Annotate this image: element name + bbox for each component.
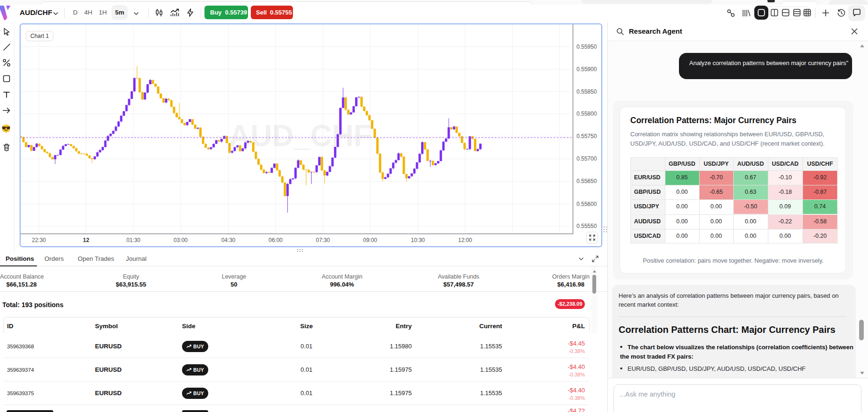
svg-text:0.55700: 0.55700: [576, 155, 597, 162]
svg-text:0.55950: 0.55950: [576, 44, 597, 50]
svg-text:07:30: 07:30: [316, 237, 330, 243]
svg-text:AUD_CHF: AUD_CHF: [229, 119, 372, 153]
svg-text:0.55600: 0.55600: [576, 201, 597, 207]
svg-text:03:00: 03:00: [174, 237, 188, 243]
svg-text:0.55650: 0.55650: [576, 178, 597, 184]
svg-text:0.55900: 0.55900: [576, 66, 597, 73]
svg-text:0.55850: 0.55850: [576, 88, 597, 95]
svg-text:22:30: 22:30: [32, 237, 46, 243]
svg-text:06:00: 06:00: [269, 237, 283, 243]
svg-text:12:00: 12:00: [458, 237, 472, 243]
svg-text:0.55550: 0.55550: [576, 223, 597, 229]
svg-text:0.55750: 0.55750: [576, 133, 597, 140]
svg-text:04:30: 04:30: [221, 237, 235, 243]
svg-text:01:30: 01:30: [126, 237, 140, 243]
svg-text:0.55800: 0.55800: [576, 110, 597, 117]
svg-text:12: 12: [83, 237, 89, 243]
svg-text:10:30: 10:30: [411, 237, 425, 243]
svg-text:09:00: 09:00: [363, 237, 377, 243]
